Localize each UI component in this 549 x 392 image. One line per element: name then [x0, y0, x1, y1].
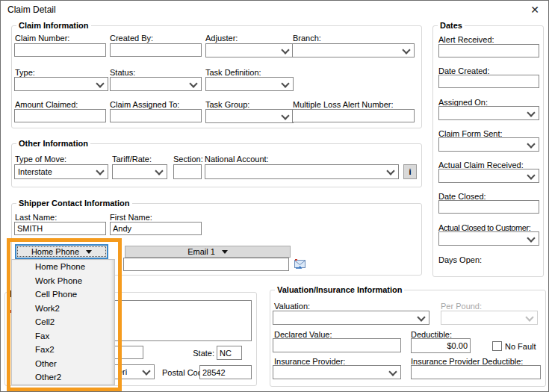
- menu-item-work-phone[interactable]: Work Phone: [12, 274, 114, 288]
- dropdown-arrow-icon: [86, 250, 92, 254]
- chevron-down-icon: [142, 367, 150, 375]
- claim-form-sent-select[interactable]: [438, 137, 539, 152]
- alert-received-input[interactable]: [438, 44, 539, 57]
- chevron-down-icon: [417, 313, 425, 321]
- per-pound-label: Per Pound:: [441, 302, 482, 311]
- claim-information-group: Claim Information Claim Number: Created …: [11, 25, 422, 128]
- type-of-move-select[interactable]: Interstate: [14, 164, 108, 179]
- last-name-label: Last Name:: [15, 213, 57, 222]
- status-select[interactable]: [110, 77, 202, 91]
- task-definition-select[interactable]: [205, 77, 294, 91]
- claim-number-input[interactable]: [14, 43, 106, 57]
- multiple-loss-input[interactable]: [292, 109, 415, 122]
- email-input[interactable]: [123, 258, 289, 271]
- declared-value-input[interactable]: [273, 338, 401, 352]
- national-account-select[interactable]: [205, 164, 399, 179]
- chevron-down-icon: [96, 79, 104, 87]
- group-title: Other Information: [16, 139, 90, 148]
- no-fault-checkbox[interactable]: [492, 341, 502, 351]
- send-email-icon[interactable]: [294, 258, 306, 270]
- claim-detail-dialog: Claim Detail ✕ Claim Information Claim N…: [0, 0, 549, 392]
- chevron-down-icon: [281, 111, 289, 119]
- first-name-label: First Name:: [110, 213, 152, 222]
- type-of-move-label: Type of Move:: [15, 155, 66, 164]
- menu-item-work2[interactable]: Work2: [12, 302, 114, 316]
- amount-claimed-label: Amount Claimed:: [15, 100, 78, 109]
- phone-type-menu: Home Phone Work Phone Cell Phone Work2 C…: [11, 259, 115, 385]
- date-closed-input[interactable]: [438, 200, 539, 214]
- group-title: Dates: [438, 21, 465, 30]
- chevron-down-icon: [527, 171, 535, 179]
- menu-item-fax[interactable]: Fax: [12, 329, 114, 343]
- chevron-down-icon: [527, 234, 535, 242]
- chevron-down-icon: [388, 367, 397, 376]
- menu-item-home-phone[interactable]: Home Phone: [12, 260, 114, 274]
- valuation-select[interactable]: [273, 311, 429, 325]
- dropdown-arrow-icon: [222, 250, 228, 254]
- type-label: Type:: [15, 68, 35, 77]
- task-group-label: Task Group:: [205, 100, 249, 109]
- insurance-provider-deductible-input[interactable]: [411, 365, 541, 379]
- close-icon[interactable]: ✕: [528, 3, 542, 16]
- date-created-input[interactable]: [438, 75, 539, 88]
- insurance-provider-select[interactable]: [273, 365, 401, 379]
- last-name-input[interactable]: [14, 222, 106, 235]
- amount-claimed-input[interactable]: [14, 109, 106, 122]
- chevron-down-icon: [402, 46, 410, 54]
- country-value-fragment: eri: [118, 367, 127, 376]
- claim-number-label: Claim Number:: [15, 34, 69, 43]
- email-type-dropdown-button[interactable]: Email 1: [125, 246, 291, 258]
- created-by-label: Created By:: [110, 34, 153, 43]
- menu-item-other2[interactable]: Other2: [12, 370, 114, 385]
- task-definition-label: Task Definition:: [205, 68, 261, 77]
- window-title: Claim Detail: [7, 4, 56, 15]
- menu-item-other[interactable]: Other: [12, 357, 114, 371]
- deductible-input[interactable]: [411, 338, 471, 353]
- claim-assigned-to-input[interactable]: [110, 109, 202, 122]
- per-pound-select-disabled: [441, 311, 538, 325]
- menu-item-cell2[interactable]: Cell2: [12, 315, 114, 329]
- state-label: State:: [169, 349, 214, 358]
- type-of-move-value: Interstate: [18, 167, 52, 176]
- no-fault-label: No Fault: [505, 342, 536, 351]
- state-input[interactable]: [217, 346, 242, 360]
- task-group-select[interactable]: [205, 109, 294, 123]
- phone-type-dropdown-button[interactable]: Home Phone: [15, 244, 108, 259]
- national-account-label: National Account:: [205, 155, 269, 164]
- claim-assigned-to-label: Claim Assigned To:: [110, 100, 179, 109]
- status-label: Status:: [110, 68, 135, 77]
- national-account-info-button[interactable]: i: [403, 164, 417, 179]
- chevron-down-icon: [527, 140, 535, 148]
- menu-item-fax2[interactable]: Fax2: [12, 343, 114, 357]
- actual-claim-received-select[interactable]: [438, 169, 539, 183]
- chevron-down-icon: [525, 313, 533, 321]
- valuation-insurance-group: Valuation/Insurance Information Valuatio…: [270, 290, 546, 387]
- section-label: Section:: [173, 155, 203, 164]
- type-select[interactable]: [14, 77, 108, 91]
- menu-item-cell-phone[interactable]: Cell Phone: [12, 287, 114, 302]
- actual-closed-select[interactable]: [438, 231, 539, 246]
- group-title: Valuation/Insurance Information: [275, 285, 404, 294]
- valuation-label: Valuation:: [274, 302, 310, 311]
- other-information-group: Other Information Type of Move: Intersta…: [11, 143, 422, 187]
- email-type-selected-label: Email 1: [187, 247, 215, 256]
- tariff-rate-select[interactable]: [112, 164, 167, 179]
- title-bar: Claim Detail ✕: [1, 1, 548, 19]
- chevron-down-icon: [281, 79, 289, 87]
- adjuster-select[interactable]: [205, 43, 294, 57]
- section-input[interactable]: [173, 164, 202, 179]
- alert-received-label: Alert Received:: [438, 35, 494, 44]
- postal-code-input[interactable]: [199, 365, 252, 379]
- chevron-down-icon: [155, 167, 163, 175]
- tariff-rate-label: Tariff/Rate:: [112, 155, 152, 164]
- chevron-down-icon: [281, 46, 289, 54]
- group-title: Shipper Contact Information: [16, 199, 132, 208]
- multiple-loss-label: Multiple Loss Alert Number:: [293, 100, 394, 109]
- created-by-input[interactable]: [110, 43, 202, 57]
- assigned-on-select[interactable]: [438, 106, 539, 120]
- first-name-input[interactable]: [110, 222, 202, 235]
- phone-type-selected-label: Home Phone: [31, 247, 79, 256]
- branch-select[interactable]: [292, 43, 415, 57]
- days-open-label: Days Open:: [438, 255, 482, 264]
- chevron-down-icon: [386, 167, 394, 175]
